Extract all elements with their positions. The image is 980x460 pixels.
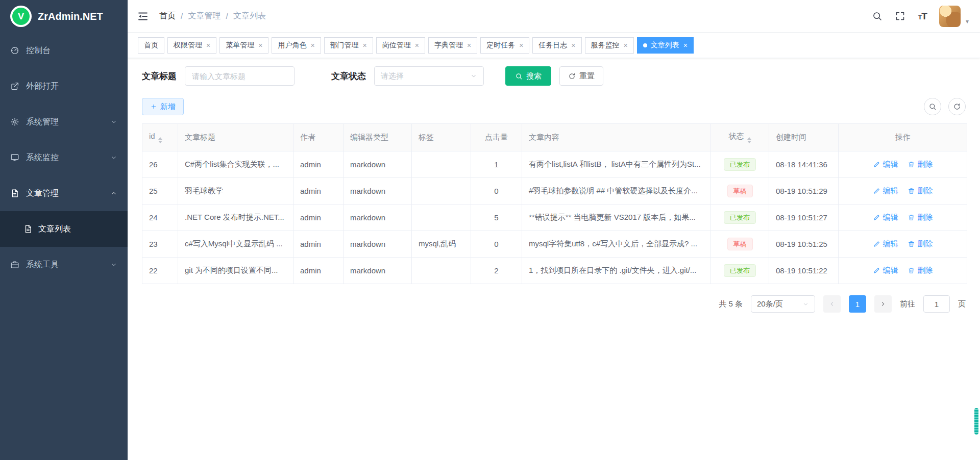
search-button[interactable]: 搜索 [505, 66, 551, 86]
column-header-label: 点击量 [485, 133, 508, 141]
cell-hits: 1 [471, 151, 522, 178]
close-icon[interactable]: × [467, 41, 471, 49]
cell-content: #羽毛球拍参数说明 ## 中管软硬选择以及长度介... [522, 178, 711, 205]
breadcrumb-separator: / [226, 12, 228, 21]
prev-page-button[interactable] [823, 295, 841, 313]
user-menu-caret-icon[interactable]: ▾ [966, 18, 969, 27]
add-button[interactable]: 新增 [142, 98, 184, 115]
sidebar-item-label: 文章管理 [26, 188, 59, 199]
collapse-sidebar-icon[interactable] [137, 10, 149, 22]
close-icon[interactable]: × [206, 41, 210, 49]
next-page-button[interactable] [874, 295, 892, 313]
edit-link[interactable]: 编辑 [873, 266, 898, 275]
page-number-button[interactable]: 1 [849, 295, 866, 313]
tab-item[interactable]: 文章列表× [637, 37, 694, 54]
sidebar-item-article-admin[interactable]: 文章管理 [0, 175, 128, 211]
cell-actions: 编辑删除 [839, 151, 967, 178]
user-avatar[interactable] [939, 6, 961, 27]
edit-icon [873, 267, 880, 274]
fullscreen-icon[interactable] [895, 11, 905, 21]
filter-bar: 文章标题 文章状态 请选择 搜索 重置 [142, 66, 966, 86]
refresh-table-button[interactable] [948, 98, 966, 115]
tab-item[interactable]: 部门管理× [324, 37, 373, 54]
search-icon[interactable] [872, 11, 883, 21]
page-unit-label: 页 [958, 299, 966, 309]
article-title-label: 文章标题 [142, 70, 177, 82]
close-icon[interactable]: × [519, 41, 523, 49]
delete-link[interactable]: 删除 [908, 186, 933, 196]
cell-author: admin [293, 205, 344, 231]
dashboard-icon [10, 46, 19, 55]
tab-item[interactable]: 权限管理× [167, 37, 216, 54]
close-icon[interactable]: × [571, 41, 575, 49]
page-size-select[interactable]: 20条/页 [751, 295, 815, 313]
gear-icon [10, 117, 19, 126]
cell-hits: 5 [471, 205, 522, 231]
active-tab-dot [643, 43, 647, 47]
tab-item[interactable]: 定时任务× [480, 37, 529, 54]
close-icon[interactable]: × [683, 41, 688, 49]
close-icon[interactable]: × [415, 41, 419, 49]
sidebar-item-system-admin[interactable]: 系统管理 [0, 104, 128, 140]
breadcrumb-item[interactable]: 文章列表 [233, 11, 266, 21]
close-icon[interactable]: × [363, 41, 367, 49]
close-icon[interactable]: × [258, 41, 262, 49]
breadcrumb-item[interactable]: 文章管理 [188, 11, 220, 21]
delete-link[interactable]: 删除 [908, 160, 933, 169]
edit-link[interactable]: 编辑 [873, 239, 898, 249]
reset-button[interactable]: 重置 [559, 66, 603, 86]
sort-caret-icon[interactable] [158, 137, 162, 144]
logo-letter: V [12, 8, 30, 25]
sidebar-item-external-open[interactable]: 外部打开 [0, 68, 128, 104]
sort-caret-icon[interactable] [747, 137, 751, 144]
font-size-icon[interactable]: TT [918, 11, 927, 22]
sidebar-subitem-article-list[interactable]: 文章列表 [0, 211, 128, 247]
main-area: 首页/文章管理/文章列表 TT ▾ 首页权限管理×菜单管理×用户角色×部门管理×… [128, 0, 980, 460]
edit-link[interactable]: 编辑 [873, 186, 898, 196]
column-header-status[interactable]: 状态 [711, 124, 769, 151]
tab-item[interactable]: 用户角色× [272, 37, 321, 54]
tab-item[interactable]: 首页 [138, 37, 164, 54]
external-icon [10, 82, 19, 91]
tab-item[interactable]: 菜单管理× [219, 37, 268, 54]
column-header-label: id [149, 132, 155, 140]
page-content: 文章标题 文章状态 请选择 搜索 重置 新 [128, 58, 980, 460]
cell-tags [412, 151, 471, 178]
sidebar-item-system-tools[interactable]: 系统工具 [0, 247, 128, 283]
document-icon [10, 189, 19, 198]
cell-tags: mysql,乱码 [412, 231, 471, 258]
column-header-id[interactable]: id [142, 124, 178, 151]
column-header-author: 作者 [293, 124, 344, 151]
cell-actions: 编辑删除 [839, 178, 967, 205]
scrollbar-thumb[interactable] [974, 408, 978, 435]
close-icon[interactable]: × [310, 41, 314, 49]
sidebar-item-system-monitor[interactable]: 系统监控 [0, 140, 128, 175]
cell-status: 草稿 [711, 231, 769, 258]
article-title-input[interactable] [185, 66, 295, 86]
breadcrumb-item[interactable]: 首页 [159, 11, 176, 21]
chevron-down-icon [802, 301, 809, 308]
close-icon[interactable]: × [624, 41, 628, 49]
edit-link[interactable]: 编辑 [873, 160, 898, 169]
tab-item[interactable]: 字典管理× [428, 37, 477, 54]
tag-view-bar: 首页权限管理×菜单管理×用户角色×部门管理×岗位管理×字典管理×定时任务×任务日… [128, 33, 980, 58]
tab-item[interactable]: 岗位管理× [376, 37, 425, 54]
delete-link[interactable]: 删除 [908, 213, 933, 222]
cell-content: 1，找到项目所在目录下的 .git/文件夹，进入.git/... [522, 258, 711, 284]
article-status-select[interactable]: 请选择 [374, 66, 484, 86]
edit-link-label: 编辑 [883, 213, 898, 222]
sidebar-item-dashboard[interactable]: 控制台 [0, 33, 128, 68]
toggle-search-button[interactable] [924, 98, 941, 115]
tab-item[interactable]: 服务监控× [585, 37, 634, 54]
cell-status: 草稿 [711, 178, 769, 205]
page-size-value: 20条/页 [757, 299, 783, 309]
delete-link[interactable]: 删除 [908, 239, 933, 249]
tab-label: 部门管理 [330, 41, 359, 50]
delete-link[interactable]: 删除 [908, 266, 933, 275]
edit-link[interactable]: 编辑 [873, 213, 898, 222]
tab-item[interactable]: 任务日志× [532, 37, 581, 54]
cell-created: 08-18 14:41:36 [769, 151, 839, 178]
goto-page-input[interactable] [923, 295, 950, 313]
chevron-down-icon [110, 154, 117, 161]
cell-id: 23 [142, 231, 178, 258]
